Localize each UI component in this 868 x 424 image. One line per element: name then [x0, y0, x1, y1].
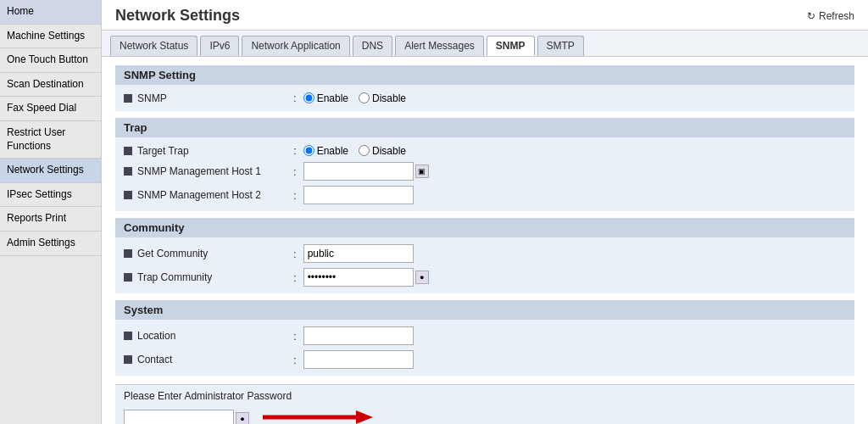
trap-section: Trap Target Trap : Enable	[115, 118, 854, 211]
community-header: Community	[115, 218, 854, 237]
get-community-label: Get Community	[124, 248, 293, 259]
get-community-row: Get Community :	[124, 244, 846, 263]
mgmt-host1-input-group: ▣	[303, 162, 429, 181]
sidebar-item-fax-speed-dial[interactable]: Fax Speed Dial	[0, 97, 101, 121]
snmp-radio-group: Enable Disable	[303, 92, 406, 104]
sidebar-item-reports-print[interactable]: Reports Print	[0, 207, 101, 232]
system-section: System Location : Contact :	[115, 300, 854, 376]
mgmt-host1-bullet	[124, 167, 132, 176]
trap-community-bullet	[124, 273, 132, 282]
system-body: Location : Contact :	[115, 320, 854, 376]
community-section: Community Get Community : Trap Community	[115, 218, 854, 293]
sidebar-item-admin-settings[interactable]: Admin Settings	[0, 232, 101, 256]
trap-community-icon[interactable]: ●	[415, 271, 429, 284]
content-area: SNMP Setting SNMP : Enable	[102, 57, 868, 424]
mgmt-host1-input[interactable]	[303, 162, 414, 181]
page-title: Network Settings	[115, 7, 240, 25]
snmp-disable-label[interactable]: Disable	[359, 92, 406, 104]
trap-body: Target Trap : Enable Disable	[115, 137, 854, 211]
location-bullet	[124, 332, 132, 340]
location-input[interactable]	[303, 326, 414, 345]
refresh-button[interactable]: ↻ Refresh	[807, 10, 854, 22]
tab-network-application[interactable]: Network Application	[242, 36, 349, 56]
mgmt-host1-row: SNMP Management Host 1 : ▣	[124, 162, 846, 181]
get-community-input[interactable]	[303, 244, 414, 263]
svg-marker-1	[356, 410, 373, 424]
mgmt-host2-input[interactable]	[303, 186, 414, 204]
snmp-disable-radio[interactable]	[359, 92, 370, 103]
target-trap-label: Target Trap	[124, 145, 293, 157]
snmp-bullet	[124, 94, 132, 103]
sidebar-item-one-touch-button[interactable]: One Touch Button	[0, 48, 101, 73]
main-content: Network Settings ↻ Refresh Network Statu…	[102, 0, 868, 424]
sidebar-item-home[interactable]: Home	[0, 0, 101, 25]
location-row: Location :	[124, 326, 846, 345]
get-community-bullet	[124, 249, 132, 258]
snmp-setting-section: SNMP Setting SNMP : Enable	[115, 65, 854, 111]
refresh-icon: ↻	[807, 10, 815, 22]
password-section: Please Enter Administrator Password ●	[115, 384, 854, 424]
mgmt-host1-label: SNMP Management Host 1	[124, 165, 293, 177]
sidebar-item-ipsec-settings[interactable]: IPsec Settings	[0, 183, 101, 208]
snmp-enable-label[interactable]: Enable	[303, 92, 348, 104]
system-header: System	[115, 300, 854, 320]
tab-snmp[interactable]: SNMP	[487, 36, 535, 56]
snmp-enable-radio[interactable]	[303, 92, 314, 103]
mgmt-host1-icon[interactable]: ▣	[415, 165, 429, 178]
mgmt-host2-label: SNMP Management Host 2	[124, 189, 293, 201]
community-body: Get Community : Trap Community : ●	[115, 237, 854, 293]
trap-community-input[interactable]	[303, 268, 414, 287]
password-input-group: ●	[124, 410, 249, 425]
sidebar: HomeMachine SettingsOne Touch ButtonScan…	[0, 0, 102, 424]
contact-bullet	[124, 355, 132, 364]
snmp-setting-body: SNMP : Enable Disable	[115, 85, 854, 111]
trap-community-row: Trap Community : ●	[124, 268, 846, 287]
contact-label: Contact	[124, 354, 293, 365]
sidebar-item-machine-settings[interactable]: Machine Settings	[0, 25, 101, 49]
snmp-label: SNMP	[124, 92, 293, 104]
location-label: Location	[124, 330, 293, 342]
tab-smtp[interactable]: SMTP	[537, 36, 584, 56]
trap-community-input-group: ●	[303, 268, 429, 287]
target-trap-disable-radio[interactable]	[359, 145, 370, 156]
password-label: Please Enter Administrator Password	[124, 390, 846, 402]
sidebar-item-restrict-user-functions[interactable]: Restrict User Functions	[0, 121, 101, 159]
contact-input[interactable]	[303, 350, 414, 369]
tab-ipv6[interactable]: IPv6	[200, 36, 239, 56]
contact-row: Contact :	[124, 350, 846, 369]
password-icon[interactable]: ●	[236, 412, 249, 425]
tab-dns[interactable]: DNS	[353, 36, 392, 56]
target-trap-disable-label[interactable]: Disable	[359, 145, 406, 157]
sidebar-item-scan-destination[interactable]: Scan Destination	[0, 73, 101, 98]
target-trap-row: Target Trap : Enable Disable	[124, 144, 846, 157]
red-arrow-indicator	[254, 405, 373, 424]
admin-password-input[interactable]	[124, 410, 234, 425]
target-trap-bullet	[124, 147, 132, 155]
page-header: Network Settings ↻ Refresh	[102, 0, 868, 31]
tab-bar: Network StatusIPv6Network ApplicationDNS…	[102, 31, 868, 57]
target-trap-radio-group: Enable Disable	[303, 145, 406, 157]
mgmt-host2-bullet	[124, 191, 132, 199]
trap-community-label: Trap Community	[124, 271, 293, 283]
mgmt-host2-row: SNMP Management Host 2 :	[124, 186, 846, 204]
tab-alert-messages[interactable]: Alert Messages	[395, 36, 484, 56]
trap-header: Trap	[115, 118, 854, 137]
sidebar-item-network-settings[interactable]: Network Settings	[0, 159, 101, 183]
snmp-setting-header: SNMP Setting	[115, 65, 854, 85]
password-row: ●	[124, 405, 846, 424]
snmp-row: SNMP : Enable Disable	[124, 92, 846, 104]
tab-network-status[interactable]: Network Status	[110, 36, 198, 56]
target-trap-enable-label[interactable]: Enable	[303, 145, 348, 157]
target-trap-enable-radio[interactable]	[303, 145, 314, 156]
